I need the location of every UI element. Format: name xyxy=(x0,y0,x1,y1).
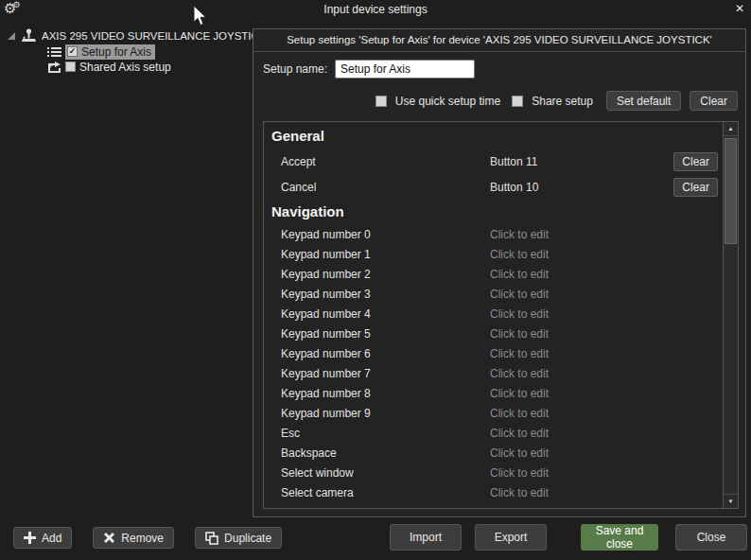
remove-button[interactable]: Remove xyxy=(93,527,174,549)
share-setup-checkbox[interactable] xyxy=(512,96,523,107)
binding-row: Select cameraClick to edit xyxy=(264,482,723,502)
binding-row: CancelButton 10Clear xyxy=(264,174,723,200)
device-tree: AXIS 295 VIDEO SURVEILLANCE JOYSTICK ✓ S… xyxy=(0,27,250,74)
binding-label: Keypad number 8 xyxy=(264,387,490,400)
add-button[interactable]: Add xyxy=(13,527,72,549)
binding-value[interactable]: Click to edit xyxy=(490,446,723,460)
binding-value[interactable]: Click to edit xyxy=(490,248,723,261)
binding-row: Keypad number 1Click to edit xyxy=(264,244,723,264)
setup-name-label: Setup name: xyxy=(263,62,329,76)
setup-settings-panel: Setup settings 'Setup for Axis' for devi… xyxy=(253,28,746,517)
binding-row: Keypad number 5Click to edit xyxy=(264,324,723,343)
binding-label: Backspace xyxy=(264,446,490,460)
binding-label: Keypad number 7 xyxy=(264,367,490,380)
binding-label: Keypad number 6 xyxy=(264,347,490,360)
save-and-close-button[interactable]: Save and close xyxy=(581,524,658,551)
use-quick-setup-checkbox[interactable] xyxy=(376,96,387,107)
plus-icon xyxy=(24,532,36,544)
binding-label: Keypad number 9 xyxy=(264,407,490,420)
binding-label: Select window xyxy=(264,466,490,480)
binding-label: Keypad number 1 xyxy=(264,248,490,261)
binding-label: Select camera xyxy=(264,486,490,499)
close-button[interactable]: Close xyxy=(675,524,747,551)
binding-value[interactable]: Click to edit xyxy=(490,307,723,321)
binding-label: Accept xyxy=(264,155,490,168)
binding-label: Keypad number 3 xyxy=(264,288,490,301)
mouse-cursor-icon xyxy=(192,5,207,26)
binding-row: Keypad number 7Click to edit xyxy=(264,363,723,383)
bindings-list-content: GeneralAcceptButton 11ClearCancelButton … xyxy=(264,122,723,508)
section-header: Navigation xyxy=(264,200,723,224)
binding-value[interactable]: Click to edit xyxy=(490,407,723,420)
tree-item-shared-setup[interactable]: Shared Axis setup xyxy=(0,60,250,74)
import-button[interactable]: Import xyxy=(390,524,462,551)
setup-name-input[interactable] xyxy=(335,60,475,79)
binding-row: AcceptButton 11Clear xyxy=(264,149,723,174)
footer-right: Import Export Save and close Close xyxy=(390,524,747,551)
section-header: General xyxy=(264,124,723,149)
share-icon xyxy=(47,61,61,73)
binding-value[interactable]: Click to edit xyxy=(490,367,723,380)
binding-row: Keypad number 3Click to edit xyxy=(264,284,723,304)
window-title: Input device settings xyxy=(0,3,751,16)
clear-binding-button[interactable]: Clear xyxy=(673,178,718,197)
copy-icon xyxy=(205,532,218,545)
tree-item-label: Setup for Axis xyxy=(81,45,151,59)
binding-value[interactable]: Click to edit xyxy=(490,427,723,440)
binding-value[interactable]: Click to edit xyxy=(490,347,723,360)
export-button[interactable]: Export xyxy=(475,524,547,551)
binding-value[interactable]: Click to edit xyxy=(490,387,723,400)
tree-root-label: AXIS 295 VIDEO SURVEILLANCE JOYSTICK xyxy=(42,30,267,42)
joystick-icon xyxy=(21,28,37,44)
binding-value[interactable]: Click to edit xyxy=(490,268,723,281)
binding-row: Select windowClick to edit xyxy=(264,463,723,482)
binding-row: EscClick to edit xyxy=(264,423,723,443)
footer-left: Add Remove Duplicate xyxy=(13,527,282,549)
expander-icon[interactable] xyxy=(7,31,16,41)
binding-label: Esc xyxy=(264,427,490,440)
setup-checkbox[interactable]: ✓ xyxy=(67,46,78,57)
setup-options-row: Use quick setup time Share setup Set def… xyxy=(253,91,738,111)
binding-label: Keypad number 5 xyxy=(264,327,490,341)
titlebar: ⚙⚙ Input device settings ✕ xyxy=(0,0,751,19)
scrollbar-thumb[interactable] xyxy=(725,138,737,244)
bindings-list: GeneralAcceptButton 11ClearCancelButton … xyxy=(263,121,739,509)
scrollbar[interactable]: ▲ ▼ xyxy=(723,122,738,508)
setup-list-icon xyxy=(47,46,61,58)
binding-value[interactable]: Click to edit xyxy=(490,288,723,301)
binding-row: Keypad number 9Click to edit xyxy=(264,403,723,423)
share-setup-label: Share setup xyxy=(532,95,593,108)
binding-value[interactable]: Click to edit xyxy=(490,486,723,499)
tree-item-setup[interactable]: ✓ Setup for Axis xyxy=(0,44,250,59)
binding-row: Keypad number 8Click to edit xyxy=(264,383,723,403)
tree-item-label: Shared Axis setup xyxy=(79,61,171,74)
binding-row: Keypad number 6Click to edit xyxy=(264,343,723,363)
binding-label: Keypad number 2 xyxy=(264,268,490,281)
binding-value[interactable]: Click to edit xyxy=(490,228,723,241)
use-quick-setup-label: Use quick setup time xyxy=(395,95,500,108)
scroll-up-button[interactable]: ▲ xyxy=(724,122,738,136)
binding-row: Keypad number 2Click to edit xyxy=(264,264,723,284)
tree-item-setup-selection[interactable]: ✓ Setup for Axis xyxy=(65,44,155,60)
binding-value[interactable]: Click to edit xyxy=(490,466,723,480)
panel-header: Setup settings 'Setup for Axis' for devi… xyxy=(253,29,745,52)
close-icon[interactable]: ✕ xyxy=(735,2,744,15)
duplicate-button[interactable]: Duplicate xyxy=(195,527,282,549)
clear-binding-button[interactable]: Clear xyxy=(673,152,718,171)
binding-label: Keypad number 0 xyxy=(264,228,490,241)
tree-item-device[interactable]: AXIS 295 VIDEO SURVEILLANCE JOYSTICK xyxy=(0,27,250,44)
scroll-down-button[interactable]: ▼ xyxy=(724,494,738,508)
clear-setup-button[interactable]: Clear xyxy=(690,91,738,111)
set-default-button[interactable]: Set default xyxy=(606,91,681,111)
binding-label: Keypad number 4 xyxy=(264,307,490,321)
shared-setup-checkbox[interactable] xyxy=(65,61,76,72)
binding-value[interactable]: Button 11 xyxy=(490,155,673,168)
binding-row: BackspaceClick to edit xyxy=(264,443,723,463)
binding-label: Cancel xyxy=(264,181,490,194)
binding-value[interactable]: Button 10 xyxy=(490,181,673,194)
binding-value[interactable]: Click to edit xyxy=(490,327,723,341)
binding-row: Keypad number 4Click to edit xyxy=(264,304,723,324)
x-icon xyxy=(103,532,115,544)
setup-name-row: Setup name: xyxy=(263,60,745,79)
binding-row: Keypad number 0Click to edit xyxy=(264,224,723,244)
